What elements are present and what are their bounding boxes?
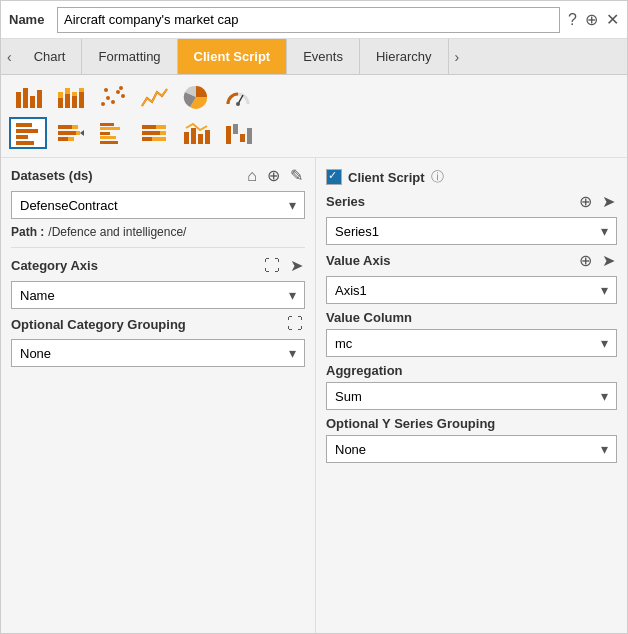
- chart-line[interactable]: [135, 81, 173, 113]
- svg-rect-4: [58, 98, 63, 108]
- tab-formatting[interactable]: Formatting: [82, 39, 177, 74]
- panel: Name ? ⊕ ✕ ‹ Chart Formatting Client Scr…: [0, 0, 628, 634]
- header: Name ? ⊕ ✕: [1, 1, 627, 39]
- svg-rect-9: [72, 92, 77, 96]
- path-row: Path : /Defence and intelligence/: [11, 225, 305, 239]
- series-header: Series ⊕ ➤: [326, 192, 617, 211]
- datasets-add-icon[interactable]: ⊕: [265, 166, 282, 185]
- chart-icon-row-2: [9, 117, 619, 149]
- svg-rect-53: [240, 134, 245, 142]
- svg-point-12: [101, 102, 105, 106]
- optional-y-series-grouping-label: Optional Y Series Grouping: [326, 416, 617, 431]
- svg-rect-2: [30, 96, 35, 108]
- svg-rect-26: [58, 125, 72, 129]
- main-content: Datasets (ds) ⌂ ⊕ ✎ DefenseContract ▾ Pa…: [1, 158, 627, 633]
- svg-rect-37: [100, 141, 118, 144]
- chart-waterfall[interactable]: [219, 117, 257, 149]
- category-axis-dropdown[interactable]: Name ▾: [11, 281, 305, 309]
- chart-gauge[interactable]: [219, 81, 257, 113]
- chart-icons-section: [1, 75, 627, 158]
- svg-rect-25: [16, 141, 34, 145]
- value-axis-dropdown-arrow: ▾: [601, 282, 608, 298]
- chart-combo[interactable]: [177, 117, 215, 149]
- svg-rect-33: [100, 123, 114, 126]
- tab-chart[interactable]: Chart: [18, 39, 83, 74]
- chart-bar-horizontal-selected[interactable]: [9, 117, 47, 149]
- svg-rect-5: [58, 92, 63, 98]
- value-column-dropdown-arrow: ▾: [601, 335, 608, 351]
- tab-hierarchy[interactable]: Hierarchy: [360, 39, 449, 74]
- move-icon[interactable]: ⊕: [585, 10, 598, 29]
- series-dropdown-arrow: ▾: [601, 223, 608, 239]
- title-input[interactable]: [57, 7, 560, 33]
- svg-rect-29: [76, 131, 80, 135]
- chart-bar-horizontal-arrow[interactable]: [51, 117, 89, 149]
- client-script-info-icon[interactable]: ⓘ: [431, 168, 444, 186]
- value-axis-header: Value Axis ⊕ ➤: [326, 251, 617, 270]
- value-axis-dropdown[interactable]: Axis1 ▾: [326, 276, 617, 304]
- svg-rect-51: [226, 126, 231, 144]
- chart-pie[interactable]: [177, 81, 215, 113]
- series-navigate-icon[interactable]: ➤: [600, 192, 617, 211]
- svg-rect-1: [23, 88, 28, 108]
- chart-icon-row-1: [9, 81, 619, 113]
- svg-rect-43: [160, 131, 166, 135]
- value-column-dropdown[interactable]: mc ▾: [326, 329, 617, 357]
- optional-category-grouping-dropdown-arrow: ▾: [289, 345, 296, 361]
- series-add-icon[interactable]: ⊕: [577, 192, 594, 211]
- value-axis-navigate-icon[interactable]: ➤: [600, 251, 617, 270]
- svg-point-17: [104, 88, 108, 92]
- aggregation-dropdown[interactable]: Sum ▾: [326, 382, 617, 410]
- category-axis-label: Category Axis: [11, 258, 98, 273]
- svg-rect-3: [37, 90, 42, 108]
- svg-rect-52: [233, 124, 238, 134]
- datasets-home-icon[interactable]: ⌂: [245, 167, 259, 185]
- left-panel: Datasets (ds) ⌂ ⊕ ✎ DefenseContract ▾ Pa…: [1, 158, 316, 633]
- category-axis-selected: Name: [20, 288, 55, 303]
- chart-bar-horizontal-grouped[interactable]: [93, 117, 131, 149]
- tab-left-arrow[interactable]: ‹: [1, 39, 18, 74]
- value-axis-add-icon[interactable]: ⊕: [577, 251, 594, 270]
- svg-rect-10: [79, 92, 84, 108]
- series-icons: ⊕ ➤: [577, 192, 617, 211]
- help-icon[interactable]: ?: [568, 11, 577, 29]
- value-axis-selected: Axis1: [335, 283, 367, 298]
- svg-rect-50: [205, 130, 210, 144]
- right-panel: Client Script ⓘ Series ⊕ ➤ Series1 ▾ Val…: [316, 158, 627, 633]
- value-column-label: Value Column: [326, 310, 617, 325]
- svg-rect-49: [198, 134, 203, 144]
- datasets-edit-icon[interactable]: ✎: [288, 166, 305, 185]
- optional-y-series-grouping-dropdown[interactable]: None ▾: [326, 435, 617, 463]
- optional-y-series-grouping-group: Optional Y Series Grouping None ▾: [326, 416, 617, 463]
- chart-scatter[interactable]: [93, 81, 131, 113]
- series-dropdown[interactable]: Series1 ▾: [326, 217, 617, 245]
- svg-rect-0: [16, 92, 21, 108]
- optional-category-grouping-dropdown[interactable]: None ▾: [11, 339, 305, 367]
- close-icon[interactable]: ✕: [606, 10, 619, 29]
- tab-client-script[interactable]: Client Script: [178, 39, 288, 74]
- optional-category-grouping-header: Optional Category Grouping ⛶: [11, 315, 305, 333]
- category-axis-network-icon[interactable]: ⛶: [262, 257, 282, 275]
- chart-bar-vertical[interactable]: [9, 81, 47, 113]
- aggregation-dropdown-arrow: ▾: [601, 388, 608, 404]
- svg-rect-30: [58, 137, 68, 141]
- tabs: ‹ Chart Formatting Client Script Events …: [1, 39, 627, 75]
- category-axis-navigate-icon[interactable]: ➤: [288, 256, 305, 275]
- svg-point-21: [236, 102, 240, 106]
- svg-rect-28: [58, 131, 76, 135]
- tab-right-arrow[interactable]: ›: [449, 39, 466, 74]
- chart-bar-stacked[interactable]: [51, 81, 89, 113]
- datasets-dropdown[interactable]: DefenseContract ▾: [11, 191, 305, 219]
- optional-category-network-icon[interactable]: ⛶: [285, 315, 305, 333]
- category-axis-header: Category Axis ⛶ ➤: [11, 256, 305, 275]
- svg-rect-46: [152, 137, 166, 141]
- client-script-checkbox[interactable]: [326, 169, 342, 185]
- chart-bar-horizontal-stacked100[interactable]: [135, 117, 173, 149]
- aggregation-label: Aggregation: [326, 363, 617, 378]
- optional-y-series-grouping-dropdown-arrow: ▾: [601, 441, 608, 457]
- tab-events[interactable]: Events: [287, 39, 360, 74]
- svg-rect-34: [100, 127, 120, 130]
- path-value: /Defence and intelligence/: [48, 225, 186, 239]
- series-label: Series: [326, 194, 365, 209]
- category-axis-icons: ⛶ ➤: [262, 256, 305, 275]
